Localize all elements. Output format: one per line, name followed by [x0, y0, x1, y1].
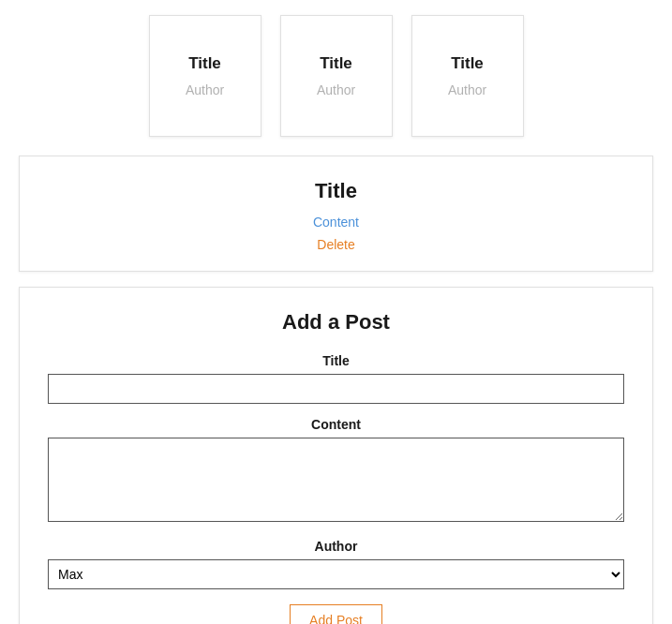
title-label: Title	[48, 353, 624, 368]
post-detail-title: Title	[38, 179, 634, 203]
card-title-1: Title	[188, 54, 221, 73]
book-card-2[interactable]: Title Author	[280, 15, 393, 137]
book-card-1[interactable]: Title Author	[149, 15, 261, 137]
add-post-button[interactable]: Add Post	[290, 604, 382, 624]
content-textarea[interactable]	[48, 438, 624, 522]
post-delete-link[interactable]: Delete	[38, 237, 634, 252]
card-author-1: Author	[186, 82, 224, 97]
card-author-2: Author	[317, 82, 355, 97]
add-post-section: Add a Post Title Content Author Max Add …	[19, 287, 653, 624]
card-author-3: Author	[448, 82, 486, 97]
card-title-3: Title	[451, 54, 484, 73]
cards-section: Title Author Title Author Title Author	[0, 0, 672, 156]
book-card-3[interactable]: Title Author	[411, 15, 524, 137]
post-detail-section: Title Content Delete	[19, 156, 653, 272]
form-heading: Add a Post	[48, 310, 624, 334]
author-select[interactable]: Max	[48, 559, 624, 589]
content-field-group: Content	[48, 417, 624, 526]
post-content-link[interactable]: Content	[38, 215, 634, 230]
submit-container: Add Post	[48, 604, 624, 624]
author-label: Author	[48, 539, 624, 554]
card-title-2: Title	[320, 54, 352, 73]
title-field-group: Title	[48, 353, 624, 404]
content-label: Content	[48, 417, 624, 432]
author-field-group: Author Max	[48, 539, 624, 589]
title-input[interactable]	[48, 374, 624, 404]
